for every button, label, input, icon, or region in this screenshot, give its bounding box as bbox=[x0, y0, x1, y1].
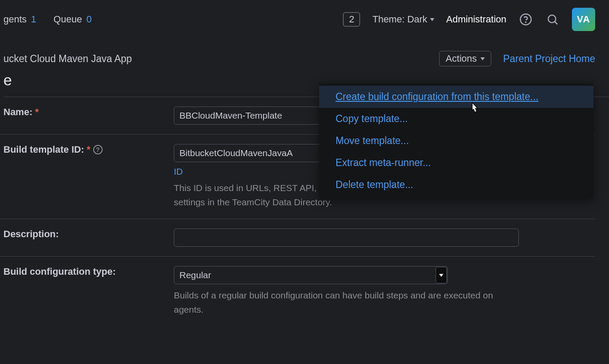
avatar[interactable]: VA bbox=[572, 8, 595, 31]
help-icon[interactable] bbox=[518, 12, 533, 27]
chevron-down-icon bbox=[480, 57, 485, 60]
help-icon[interactable]: ? bbox=[93, 145, 103, 154]
nav-agents[interactable]: gents 1 bbox=[3, 14, 36, 25]
required-asterisk: * bbox=[35, 107, 39, 118]
template-id-label: Build template ID: * ? bbox=[3, 144, 174, 155]
menu-item-delete-template[interactable]: Delete template... bbox=[319, 174, 593, 196]
breadcrumb[interactable]: ucket Cloud Maven Java App bbox=[3, 53, 132, 65]
actions-button[interactable]: Actions bbox=[439, 51, 491, 66]
theme-selector[interactable]: Theme: Dark bbox=[372, 14, 434, 25]
svg-line-3 bbox=[555, 22, 557, 24]
nav-agents-label: gents bbox=[3, 14, 27, 25]
svg-point-2 bbox=[548, 15, 556, 23]
build-config-type-value[interactable] bbox=[174, 266, 448, 284]
topbar: gents 1 Queue 0 2 Theme: Dark Administra… bbox=[0, 0, 609, 39]
description-field[interactable] bbox=[174, 229, 519, 247]
build-config-type-label: Build configuration type: bbox=[3, 266, 174, 277]
name-label: Name: * bbox=[3, 107, 174, 118]
id-link[interactable]: ID bbox=[174, 166, 183, 177]
actions-label: Actions bbox=[446, 53, 477, 64]
nav-queue[interactable]: Queue 0 bbox=[53, 14, 91, 25]
administration-link[interactable]: Administration bbox=[446, 14, 506, 25]
nav-queue-label: Queue bbox=[53, 14, 82, 25]
theme-label: Theme: Dark bbox=[372, 14, 427, 25]
build-config-type-select[interactable] bbox=[174, 266, 448, 284]
nav-agents-count: 1 bbox=[31, 14, 36, 25]
svg-point-1 bbox=[525, 22, 526, 22]
build-config-type-hint: Builds of a regular build configuration … bbox=[174, 289, 519, 317]
parent-project-home-link[interactable]: Parent Project Home bbox=[503, 53, 595, 65]
chevron-down-icon bbox=[430, 18, 434, 21]
topbar-left: gents 1 Queue 0 bbox=[0, 14, 91, 25]
menu-item-create-build-config[interactable]: Create build configuration from this tem… bbox=[319, 86, 593, 108]
subheader: ucket Cloud Maven Java App Actions Paren… bbox=[0, 39, 609, 66]
search-icon[interactable] bbox=[545, 12, 560, 27]
chevron-down-icon[interactable] bbox=[436, 267, 447, 283]
menu-item-copy-template[interactable]: Copy template... bbox=[319, 108, 593, 130]
menu-item-move-template[interactable]: Move template... bbox=[319, 130, 593, 152]
name-field[interactable] bbox=[174, 107, 320, 125]
nav-queue-count: 0 bbox=[86, 14, 91, 25]
description-label: Description: bbox=[3, 229, 174, 240]
row-build-config-type: Build configuration type: Builds of a re… bbox=[0, 257, 595, 326]
actions-dropdown: Create build configuration from this tem… bbox=[319, 83, 593, 198]
row-description: Description: bbox=[0, 219, 595, 257]
required-asterisk: * bbox=[87, 144, 91, 155]
menu-item-extract-meta-runner[interactable]: Extract meta-runner... bbox=[319, 152, 593, 174]
notification-badge[interactable]: 2 bbox=[343, 12, 360, 27]
